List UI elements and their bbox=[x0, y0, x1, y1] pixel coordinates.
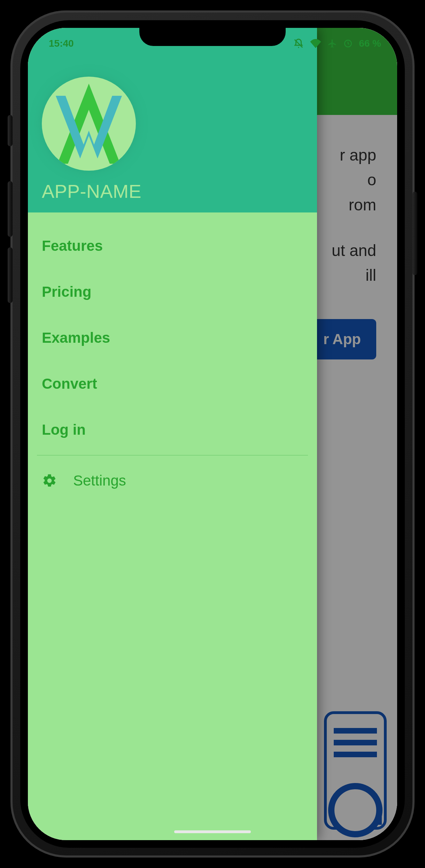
nav-item-pricing[interactable]: Pricing bbox=[28, 269, 317, 315]
side-button bbox=[8, 181, 13, 237]
status-time: 15:40 bbox=[49, 38, 74, 49]
home-indicator[interactable] bbox=[174, 830, 251, 833]
airplane-mode-icon bbox=[327, 39, 337, 48]
wifi-icon bbox=[310, 39, 321, 48]
app-logo bbox=[42, 77, 136, 171]
phone-screen: r app o rom ut and ill r App bbox=[28, 28, 397, 840]
navigation-drawer: APP-NAME Features Pricing Examples Conve… bbox=[28, 28, 317, 840]
nav-item-login[interactable]: Log in bbox=[28, 407, 317, 453]
gear-icon bbox=[42, 473, 57, 488]
side-button bbox=[8, 247, 13, 303]
nav-item-convert[interactable]: Convert bbox=[28, 361, 317, 407]
settings-label: Settings bbox=[73, 472, 126, 489]
phone-device-frame: r app o rom ut and ill r App bbox=[10, 10, 415, 858]
device-notch bbox=[139, 28, 286, 46]
drawer-menu: Features Pricing Examples Convert Log in bbox=[28, 212, 317, 514]
side-button bbox=[412, 192, 417, 275]
nav-item-examples[interactable]: Examples bbox=[28, 315, 317, 361]
battery-saver-icon bbox=[343, 39, 353, 48]
drawer-divider bbox=[37, 455, 308, 456]
side-button bbox=[8, 115, 13, 146]
nav-item-settings[interactable]: Settings bbox=[28, 458, 317, 504]
app-name-label: APP-NAME bbox=[42, 180, 303, 202]
battery-percent: 66 % bbox=[359, 38, 381, 49]
nav-item-features[interactable]: Features bbox=[28, 223, 317, 269]
notifications-off-icon bbox=[293, 38, 304, 49]
